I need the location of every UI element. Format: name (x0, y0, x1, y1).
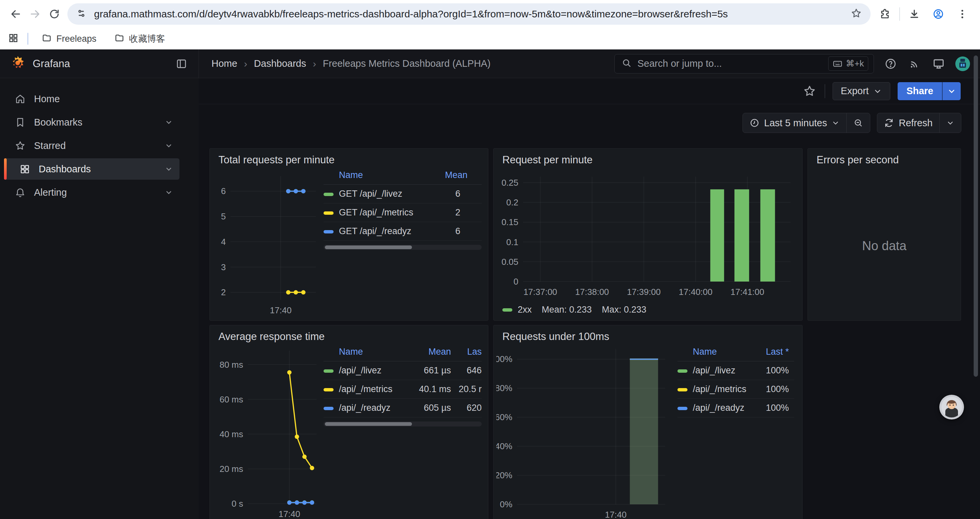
breadcrumb-item[interactable]: Freeleaps Metrics Dashboard (ALPHA) (323, 58, 491, 69)
panel-title[interactable]: Errors per second (816, 154, 899, 166)
series-swatch[interactable] (323, 193, 334, 196)
profile-icon[interactable] (929, 4, 948, 24)
export-button[interactable]: Export (832, 82, 891, 100)
series-swatch[interactable] (323, 369, 334, 373)
series-name[interactable]: /api/_/readyz (339, 403, 391, 413)
panel-title[interactable]: Requests under 100ms (502, 331, 609, 343)
legend-column-header[interactable]: Name (678, 345, 754, 361)
folder-icon (115, 33, 124, 45)
time-range-button[interactable]: Last 5 minutes (743, 113, 846, 133)
search-placeholder: Search or jump to... (638, 58, 828, 69)
grafana-logo-icon[interactable] (10, 56, 25, 72)
zoom-out-icon (853, 118, 863, 128)
grafana-header: Grafana Home›Dashboards›Freeleaps Metric… (0, 50, 980, 78)
dock-menu-icon[interactable] (173, 56, 190, 72)
chevron-down-icon (873, 87, 882, 96)
floating-avatar[interactable] (939, 395, 964, 420)
sidebar-item-dashboards[interactable]: Dashboards (4, 158, 180, 180)
svg-text:17:40:00: 17:40:00 (679, 287, 713, 297)
share-button[interactable]: Share (897, 82, 961, 100)
series-swatch[interactable] (678, 388, 687, 391)
series-value: 661 µs (407, 361, 451, 380)
clock-icon (749, 118, 759, 128)
series-name[interactable]: /api/_/livez (339, 366, 382, 375)
series-swatch[interactable] (323, 407, 334, 410)
page-scrollbar[interactable] (974, 56, 978, 377)
legend-column-header[interactable]: Last * (754, 345, 794, 361)
breadcrumb-item[interactable]: Dashboards (254, 58, 306, 69)
requests-under-100ms-chart[interactable]: 100%80%60%40%20%0%17:40 (496, 344, 683, 519)
series-name[interactable]: /api/_/livez (693, 366, 735, 375)
legend-column-header[interactable]: Las (451, 345, 482, 361)
menu-kebab-icon[interactable] (953, 4, 972, 24)
legend-column-header[interactable]: Mean (407, 345, 451, 361)
downloads-icon[interactable] (905, 4, 924, 24)
panel-title[interactable]: Average response time (218, 331, 325, 343)
bookmark-item[interactable]: 收藏博客 (110, 31, 170, 47)
total-requests-chart[interactable]: 6543217:40 (215, 171, 322, 318)
refresh-button[interactable]: Refresh (877, 113, 939, 133)
series-swatch[interactable] (323, 230, 334, 233)
address-bar[interactable]: grafana.mathmast.com/d/deytv4rwavabkb/fr… (67, 3, 870, 25)
panel-title[interactable]: Total requests per minute (218, 154, 334, 166)
bookmarks-bar: Freeleaps收藏博客 (0, 28, 980, 50)
svg-text:17:38:00: 17:38:00 (575, 287, 609, 297)
legend-column-header[interactable]: Name (323, 345, 407, 361)
zoom-out-button[interactable] (846, 113, 870, 133)
sidebar-item-label: Dashboards (39, 164, 91, 175)
legend-scrollbar[interactable] (323, 422, 482, 426)
svg-text:80 ms: 80 ms (220, 360, 243, 370)
legend-column-header[interactable]: Mean (445, 169, 482, 185)
site-settings-icon[interactable] (76, 8, 87, 20)
series-name[interactable]: GET /api/_/readyz (339, 226, 411, 236)
legend-scrollbar[interactable] (323, 245, 482, 250)
sidebar-item-bookmarks[interactable]: Bookmarks (4, 112, 180, 133)
svg-text:6: 6 (221, 186, 226, 196)
svg-text:80%: 80% (496, 383, 512, 393)
series-name[interactable]: GET /api/_/livez (339, 189, 402, 199)
series-swatch[interactable] (323, 388, 334, 391)
sidebar-item-starred[interactable]: Starred (4, 135, 180, 156)
dashboard-actions: Export Share (199, 78, 980, 104)
news-rss-icon[interactable] (906, 55, 923, 72)
bookmark-star-icon[interactable] (851, 8, 862, 21)
share-menu-caret[interactable] (942, 82, 961, 100)
series-value: 100% (754, 399, 794, 417)
request-per-minute-legend[interactable]: 2xx Mean: 0.233 Max: 0.233 (502, 305, 646, 315)
favorite-star-icon[interactable] (802, 83, 817, 99)
panel-total-requests: Total requests per minute 6543217:40 Nam… (210, 148, 488, 321)
reload-icon[interactable] (45, 4, 64, 24)
chevron-down-icon (164, 118, 173, 127)
no-data-message: No data (808, 239, 961, 253)
series-swatch[interactable] (323, 211, 334, 215)
series-swatch[interactable] (678, 407, 687, 410)
breadcrumb: Home›Dashboards›Freeleaps Metrics Dashbo… (199, 50, 491, 78)
series-name[interactable]: GET /api/_/metrics (339, 208, 413, 217)
legend-column-header[interactable]: Name (323, 169, 445, 185)
refresh-interval-caret[interactable] (940, 113, 961, 133)
svg-text:100%: 100% (496, 354, 512, 364)
sidebar-item-home[interactable]: Home (4, 88, 180, 110)
series-name[interactable]: /api/_/readyz (693, 403, 745, 413)
extensions-icon[interactable] (875, 4, 895, 24)
breadcrumb-item[interactable]: Home (212, 58, 237, 69)
sidebar-item-alerting[interactable]: Alerting (4, 182, 180, 203)
search-input[interactable]: Search or jump to... ⌘+k (614, 54, 874, 73)
average-response-time-chart[interactable]: 80 ms60 ms40 ms20 ms0 s17:40 (215, 345, 322, 519)
apps-grid-icon[interactable] (8, 33, 19, 45)
series-swatch[interactable] (678, 369, 687, 373)
breadcrumb-separator: › (313, 58, 316, 69)
user-avatar[interactable] (954, 55, 971, 72)
help-icon[interactable] (882, 55, 899, 72)
bookmark-item[interactable]: Freeleaps (37, 31, 101, 47)
back-icon[interactable] (6, 4, 25, 24)
svg-text:0: 0 (514, 276, 519, 287)
request-per-minute-chart[interactable]: 0.250.20.150.10.05017:37:0017:38:0017:39… (498, 166, 797, 302)
series-name[interactable]: /api/_/metrics (339, 384, 393, 394)
monitor-icon[interactable] (930, 55, 947, 72)
forward-icon[interactable] (25, 4, 45, 24)
series-value: 6 (445, 185, 482, 203)
series-name[interactable]: /api/_/metrics (693, 384, 746, 394)
panel-title[interactable]: Request per minute (502, 154, 593, 166)
svg-text:3: 3 (221, 262, 226, 272)
